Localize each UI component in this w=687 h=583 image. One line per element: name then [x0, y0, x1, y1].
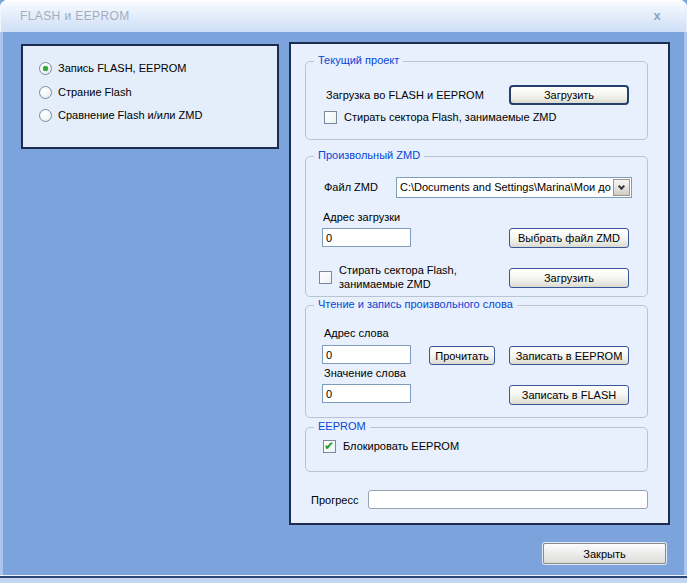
radio-label: Запись FLASH, EEPROM [58, 62, 186, 74]
erase-sectors-checkbox-row[interactable]: Стирать сектора Flash, занимаемые ZMD [319, 263, 457, 291]
lock-eeprom-checkbox-row[interactable]: Блокировать EEPROM [323, 440, 459, 453]
radio-erase-flash[interactable]: Страние Flash [39, 85, 132, 99]
close-dialog-button[interactable]: Закрыть [543, 543, 666, 564]
radio-label: Страние Flash [58, 86, 132, 98]
checkbox-icon[interactable] [319, 271, 332, 284]
load-address-label: Адрес загрузки [323, 211, 400, 223]
flash-eeprom-dialog: FLASH и EEPROM x Запись FLASH, EEPROM Ст… [0, 0, 687, 583]
erase-sectors-checkbox-row[interactable]: Стирать сектора Flash, занимаемые ZMD [324, 111, 556, 124]
read-word-button[interactable]: Прочитать [429, 346, 495, 365]
close-icon[interactable]: x [650, 8, 664, 24]
group-word-read-write: Чтение и запись произвольного слова Адре… [305, 305, 648, 418]
radio-label: Сравнение Flash и/или ZMD [58, 109, 202, 121]
load-flash-eeprom-label: Загрузка во FLASH и EEPROM [326, 89, 484, 101]
progress-bar [368, 490, 648, 509]
title-bar[interactable]: FLASH и EEPROM x [0, 0, 687, 32]
zmd-file-path[interactable]: C:\Documents and Settings\Marina\Мои до [397, 178, 612, 197]
write-eeprom-button[interactable]: Записать в EEPROM [509, 346, 629, 365]
radio-button-icon[interactable] [39, 86, 52, 99]
group-arbitrary-zmd: Произвольный ZMD Файл ZMD C:\Documents a… [305, 156, 648, 297]
checkbox-label: Блокировать EEPROM [343, 440, 459, 453]
checkbox-checked-icon[interactable] [323, 440, 336, 453]
zmd-file-label: Файл ZMD [324, 181, 378, 193]
load-current-project-button[interactable]: Загрузить [509, 85, 629, 105]
zmd-file-combobox[interactable]: C:\Documents and Settings\Marina\Мои до [396, 177, 632, 198]
group-title: EEPROM [314, 420, 370, 432]
word-value-label: Значение слова [324, 367, 406, 379]
progress-label: Прогресс [311, 494, 358, 506]
word-address-input[interactable] [322, 345, 411, 364]
combobox-dropdown-button[interactable] [613, 179, 630, 196]
chevron-down-icon [618, 182, 625, 189]
group-title: Произвольный ZMD [314, 149, 424, 161]
word-value-input[interactable] [322, 384, 411, 403]
write-flash-button[interactable]: Записать в FLASH [509, 385, 629, 405]
mode-select-panel: Запись FLASH, EEPROM Страние Flash Сравн… [21, 44, 279, 149]
radio-button-icon[interactable] [39, 109, 52, 122]
background-window-edge [0, 575, 687, 583]
radio-compare-flash-zmd[interactable]: Сравнение Flash и/или ZMD [39, 108, 202, 122]
load-address-input[interactable] [322, 228, 411, 247]
radio-write-flash-eeprom[interactable]: Запись FLASH, EEPROM [39, 61, 186, 75]
radio-button-icon[interactable] [39, 62, 52, 75]
window-title: FLASH и EEPROM [20, 9, 130, 23]
load-zmd-button[interactable]: Загрузить [509, 268, 629, 288]
main-panel: Текущий проект Загрузка во FLASH и EEPRO… [289, 42, 670, 525]
checkbox-icon[interactable] [324, 111, 337, 124]
checkbox-label: Стирать сектора Flash, занимаемые ZMD [344, 111, 556, 124]
group-title: Текущий проект [314, 54, 403, 66]
choose-zmd-file-button[interactable]: Выбрать файл ZMD [509, 228, 629, 248]
word-address-label: Адрес слова [324, 327, 389, 339]
checkbox-label: Стирать сектора Flash, занимаемые ZMD [339, 263, 457, 291]
group-title: Чтение и запись произвольного слова [314, 298, 517, 310]
group-current-project: Текущий проект Загрузка во FLASH и EEPRO… [305, 61, 648, 140]
group-eeprom: EEPROM Блокировать EEPROM [305, 427, 648, 472]
